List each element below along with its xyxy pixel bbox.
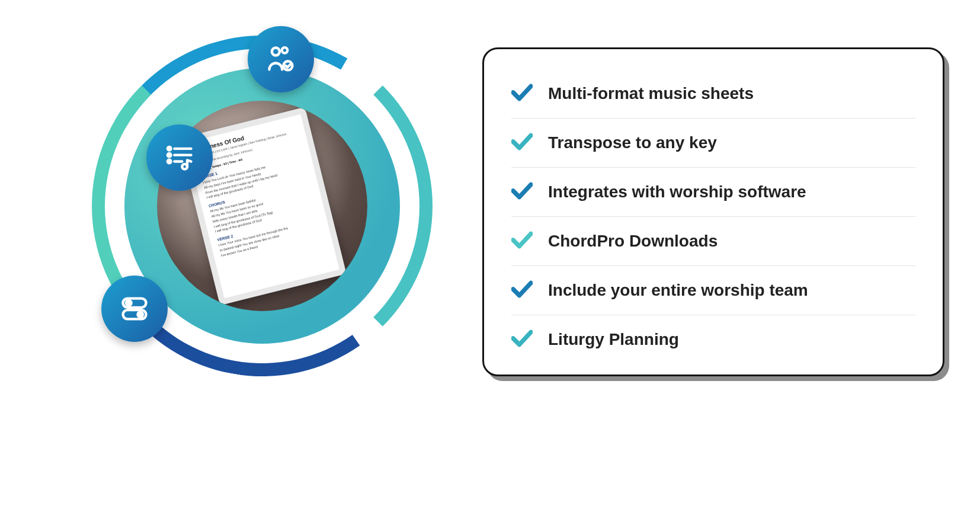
feature-label: Transpose to any key	[548, 133, 717, 152]
svg-point-5	[168, 160, 171, 164]
feature-item: Integrates with worship software	[511, 167, 915, 216]
svg-point-0	[272, 48, 280, 56]
check-icon	[511, 280, 533, 300]
people-check-icon	[248, 26, 314, 92]
feature-item: Liturgy Planning	[511, 315, 915, 364]
feature-label: Liturgy Planning	[548, 330, 679, 349]
feature-label: Include your entire worship team	[548, 281, 808, 300]
svg-point-4	[168, 153, 171, 157]
feature-label: ChordPro Downloads	[548, 232, 718, 251]
check-icon	[511, 182, 533, 202]
svg-point-12	[137, 312, 143, 317]
feature-item: Transpose to any key	[511, 118, 915, 167]
feature-label: Multi-format music sheets	[548, 84, 754, 103]
hero-graphic: Goodness Of God Jenn Johnson | Ed Cash |…	[92, 36, 433, 376]
toggle-sliders-icon	[101, 276, 168, 342]
feature-item: Include your entire worship team	[511, 265, 915, 315]
check-icon	[511, 329, 533, 350]
check-icon	[511, 133, 533, 153]
feature-item: ChordPro Downloads	[511, 216, 915, 265]
svg-point-10	[126, 300, 132, 306]
check-icon	[511, 231, 533, 251]
check-icon	[511, 84, 533, 104]
svg-point-1	[282, 47, 288, 53]
feature-label: Integrates with worship software	[548, 183, 806, 201]
music-list-icon	[146, 124, 213, 191]
feature-item: Multi-format music sheets	[511, 69, 915, 118]
feature-card: Multi-format music sheetsTranspose to an…	[482, 47, 944, 376]
svg-point-3	[168, 147, 171, 151]
